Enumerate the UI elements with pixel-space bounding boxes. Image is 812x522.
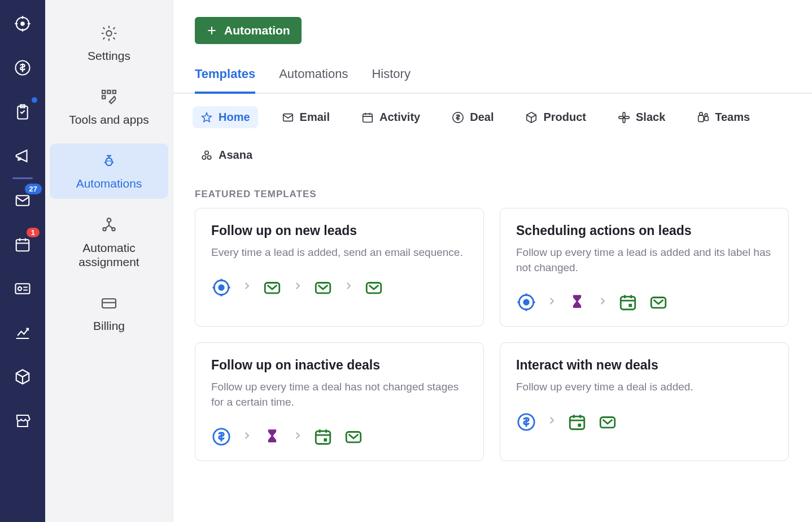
nav-rail: 27 1 — [0, 0, 45, 522]
template-card[interactable]: Follow up on inactive deals Follow up ev… — [195, 342, 484, 461]
hourglass-icon — [567, 292, 587, 312]
svg-rect-12 — [102, 96, 105, 99]
rail-projects-icon[interactable] — [11, 101, 34, 123]
assignment-icon — [99, 216, 119, 235]
star-icon — [200, 111, 213, 124]
filter-label: Home — [219, 111, 250, 124]
target-icon — [516, 292, 536, 312]
gear-icon — [99, 24, 119, 43]
sidebar-label: Tools and apps — [69, 112, 149, 127]
template-card[interactable]: Scheduling actions on leads Follow up ev… — [500, 208, 789, 327]
sidebar-label: Settings — [88, 49, 130, 63]
svg-rect-41 — [621, 297, 635, 310]
svg-rect-25 — [619, 116, 623, 119]
sidebar-item-tools-and-apps[interactable]: Tools and apps — [50, 80, 168, 134]
filter-slack[interactable]: Slack — [610, 106, 673, 128]
activities-badge: 1 — [27, 228, 40, 237]
filter-teams[interactable]: Teams — [689, 106, 758, 128]
filter-label: Slack — [636, 111, 665, 124]
rail-activities-icon[interactable]: 1 — [11, 233, 34, 256]
asana-icon — [200, 149, 213, 162]
new-automation-button[interactable]: Automation — [195, 17, 302, 44]
sidebar-label: Automations — [76, 176, 142, 190]
card-title: Scheduling actions on leads — [516, 223, 772, 238]
filter-home[interactable]: Home — [193, 106, 258, 128]
rail-leads-icon[interactable] — [11, 12, 34, 35]
sidebar-item-automations[interactable]: Automations — [50, 143, 168, 198]
calendar-icon — [361, 111, 374, 124]
dollar-icon — [452, 111, 464, 124]
main-content: Automation Templates Automations History… — [173, 0, 812, 522]
svg-point-28 — [700, 112, 703, 115]
dollar-icon — [211, 427, 232, 447]
filter-asana[interactable]: Asana — [193, 144, 260, 166]
svg-rect-27 — [699, 115, 704, 121]
svg-rect-26 — [625, 116, 629, 119]
email-icon — [262, 277, 282, 298]
svg-point-17 — [103, 228, 106, 230]
rail-contacts-icon[interactable] — [11, 277, 34, 300]
sidebar-item-billing[interactable]: Billing — [50, 286, 168, 341]
svg-point-16 — [107, 218, 111, 222]
tab-templates[interactable]: Templates — [195, 67, 255, 94]
rail-deals-icon[interactable] — [11, 56, 34, 79]
chevron-right-icon — [242, 281, 252, 294]
calendar-icon — [567, 412, 587, 432]
filter-label: Deal — [470, 111, 494, 124]
chevron-right-icon — [293, 281, 303, 294]
email-icon — [282, 111, 294, 124]
svg-point-40 — [523, 299, 529, 306]
settings-sidebar: Settings Tools and apps Automations Auto… — [45, 0, 173, 522]
button-label: Automation — [224, 24, 290, 37]
svg-rect-36 — [265, 282, 280, 293]
notification-dot — [32, 97, 37, 103]
chevron-right-icon — [343, 281, 353, 294]
box-icon — [525, 111, 538, 124]
svg-point-32 — [202, 155, 206, 159]
featured-templates-title: FEATURED TEMPLATES — [173, 166, 812, 208]
rail-marketplace-icon[interactable] — [11, 410, 34, 432]
svg-rect-47 — [346, 432, 361, 442]
tab-automations[interactable]: Automations — [279, 67, 348, 93]
rail-insights-icon[interactable] — [11, 321, 34, 344]
template-card[interactable]: Follow up on new leads Every time a lead… — [195, 208, 484, 327]
svg-rect-13 — [106, 158, 112, 166]
rail-inbox-icon[interactable]: 27 — [11, 189, 34, 212]
svg-point-31 — [205, 151, 208, 154]
email-icon — [364, 277, 384, 298]
rail-products-icon[interactable] — [11, 366, 34, 388]
svg-rect-49 — [570, 416, 584, 429]
filter-label: Email — [300, 111, 330, 124]
rail-campaigns-icon[interactable] — [11, 145, 34, 167]
topbar: Automation — [173, 0, 812, 44]
card-description: Every time a lead is added, send an emai… — [211, 245, 468, 260]
tab-history[interactable]: History — [372, 67, 410, 93]
sidebar-item-settings[interactable]: Settings — [50, 16, 168, 71]
filter-deal[interactable]: Deal — [444, 106, 501, 128]
chevron-right-icon — [293, 430, 303, 443]
filter-label: Activity — [379, 111, 420, 124]
rail-divider — [12, 177, 33, 179]
calendar-icon — [313, 427, 333, 447]
svg-rect-11 — [113, 90, 116, 93]
flow-sequence — [516, 292, 772, 312]
filter-activity[interactable]: Activity — [353, 106, 428, 128]
filter-email[interactable]: Email — [274, 106, 338, 128]
svg-rect-10 — [107, 90, 110, 93]
email-icon — [597, 412, 618, 432]
svg-rect-50 — [578, 424, 581, 427]
svg-rect-45 — [316, 431, 330, 444]
template-card[interactable]: Interact with new deals Follow up every … — [500, 342, 789, 461]
card-description: Follow up every time a lead is added and… — [516, 245, 772, 275]
sidebar-label: Billing — [93, 319, 125, 333]
filter-label: Teams — [715, 111, 750, 124]
card-description: Follow up every time a deal is added. — [516, 380, 772, 395]
filter-product[interactable]: Product — [517, 106, 594, 128]
chevron-right-icon — [597, 296, 608, 309]
chevron-right-icon — [242, 430, 252, 443]
dollar-icon — [516, 412, 536, 432]
calendar-icon — [618, 292, 638, 312]
sidebar-item-automatic-assignment[interactable]: Automatic assignment — [50, 208, 168, 277]
svg-point-33 — [207, 155, 211, 159]
svg-point-18 — [112, 228, 115, 230]
